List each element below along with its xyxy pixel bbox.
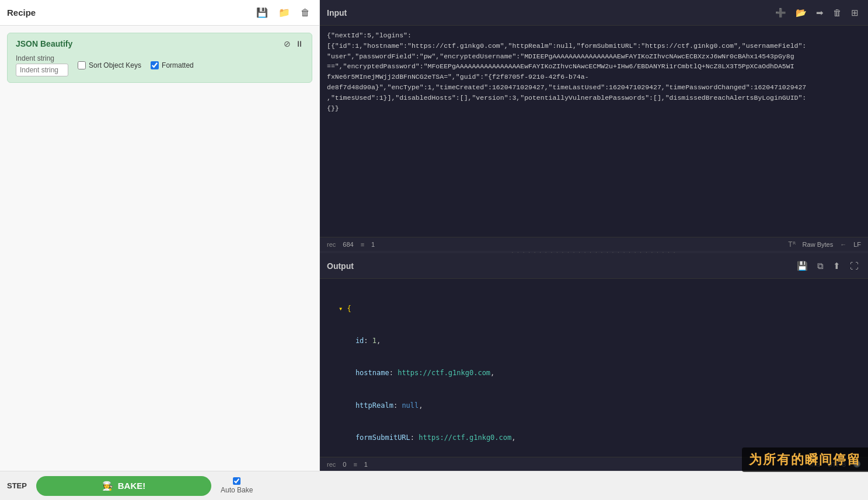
ime-overlay: 为所有的瞬间停留: [742, 447, 868, 472]
input-line-ending-label[interactable]: LF: [853, 241, 861, 248]
sort-keys-checkbox[interactable]: [78, 61, 86, 69]
output-line-id: id: 1,: [320, 335, 868, 347]
ime-cn-text: 为所有的瞬间停留: [749, 451, 861, 468]
input-section: Input ➕ 📂 ➡ 🗑 ⊞ {"nextId":5,"logins": [{…: [320, 0, 868, 251]
step-label: STEP: [7, 481, 27, 490]
input-title: Input: [327, 8, 347, 18]
output-section: Output 💾 ⧉ ⬆ ⛶ ▾ { id: 1,: [320, 253, 868, 471]
auto-bake-checkbox[interactable]: [233, 477, 240, 485]
step-card-title: JSON Beautify: [16, 39, 72, 48]
json-beautify-step-card: JSON Beautify ⊘ ⏸ Indent string Sort Obj…: [7, 33, 312, 83]
recipe-title: Recipe: [7, 8, 36, 18]
step-card-header: JSON Beautify ⊘ ⏸: [16, 39, 304, 48]
output-line-icon: ≡: [353, 461, 357, 468]
output-rec-count: 0: [343, 461, 346, 468]
left-panel: Recipe 💾 📁 🗑 JSON Beautify ⊘ ⏸ Indent st…: [0, 0, 320, 471]
output-copy-button[interactable]: ⧉: [815, 260, 826, 272]
output-rec-label: rec: [327, 461, 336, 468]
bake-label: BAKE!: [118, 481, 146, 491]
bake-button[interactable]: 🧑‍🍳 BAKE!: [36, 476, 211, 496]
input-status-left: rec 684 ≡ 1: [327, 241, 375, 248]
output-replace-button[interactable]: ⬆: [831, 260, 843, 272]
indent-input[interactable]: [16, 64, 68, 76]
formatted-label: Formatted: [162, 61, 194, 69]
input-delete-button[interactable]: 🗑: [831, 6, 844, 19]
indent-field-group: Indent string: [16, 54, 68, 76]
recipe-header: Recipe 💾 📁 🗑: [0, 0, 319, 26]
input-code-area[interactable]: {"nextId":5,"logins": [{"id":1,"hostname…: [320, 26, 868, 237]
input-panel-icons: ➕ 📂 ➡ 🗑 ⊞: [773, 6, 861, 19]
input-format-label[interactable]: Raw Bytes: [803, 241, 834, 248]
bottom-bar: STEP 🧑‍🍳 BAKE! Auto Bake: [0, 471, 868, 500]
input-line-icon: ≡: [361, 241, 364, 248]
input-rec-label: rec: [327, 241, 336, 248]
step-card-icons: ⊘ ⏸: [284, 39, 304, 48]
sort-keys-checkbox-label[interactable]: Sort Object Keys: [78, 61, 141, 69]
open-recipe-button[interactable]: 📁: [276, 6, 292, 19]
output-code-area[interactable]: ▾ { id: 1, hostname: https://ctf.g1nkg0.…: [320, 279, 868, 457]
output-panel-header: Output 💾 ⧉ ⬆ ⛶: [320, 253, 868, 279]
bake-icon: 🧑‍🍳: [102, 481, 113, 491]
output-panel-icons: 💾 ⧉ ⬆ ⛶: [794, 260, 861, 272]
output-line-formsubmiturl: formSubmitURL: https://ctf.g1nkg0.com,: [320, 432, 868, 443]
input-layout-button[interactable]: ⊞: [849, 6, 861, 19]
formatted-checkbox-label[interactable]: Formatted: [151, 61, 194, 69]
output-save-button[interactable]: 💾: [794, 260, 810, 272]
sort-keys-label: Sort Object Keys: [89, 61, 141, 69]
output-line-httprealm: httpRealm: null,: [320, 400, 868, 411]
output-status-left: rec 0 ≡ 1: [327, 461, 368, 468]
input-open-button[interactable]: 📂: [793, 6, 809, 19]
input-status-right: Tᴿ Raw Bytes ← LF: [788, 240, 861, 249]
save-recipe-button[interactable]: 💾: [254, 6, 270, 19]
pause-step-button[interactable]: ⏸: [295, 39, 304, 48]
disable-step-button[interactable]: ⊘: [284, 39, 291, 48]
input-format-icon: Tᴿ: [788, 240, 795, 249]
auto-bake-text: Auto Bake: [221, 486, 253, 494]
input-line-count: 1: [371, 241, 375, 248]
indent-label: Indent string: [16, 54, 68, 62]
output-line-count: 1: [364, 461, 368, 468]
input-line-ending-icon: ←: [840, 241, 846, 248]
input-panel-header: Input ➕ 📂 ➡ 🗑 ⊞: [320, 0, 868, 26]
input-add-button[interactable]: ➕: [773, 6, 789, 19]
right-panel: Input ➕ 📂 ➡ 🗑 ⊞ {"nextId":5,"logins": [{…: [320, 0, 868, 471]
formatted-checkbox[interactable]: [151, 61, 159, 69]
output-expand-button[interactable]: ⛶: [848, 260, 861, 272]
output-line-bracket-open: ▾ {: [320, 303, 868, 314]
output-title: Output: [327, 261, 354, 271]
delete-recipe-button[interactable]: 🗑: [298, 6, 312, 19]
step-card-body: Indent string Sort Object Keys Formatted: [16, 54, 304, 76]
input-replace-button[interactable]: ➡: [814, 6, 826, 19]
input-rec-count: 684: [343, 241, 353, 248]
recipe-icons: 💾 📁 🗑: [254, 6, 312, 19]
output-line-hostname: hostname: https://ctf.g1nkg0.com,: [320, 368, 868, 379]
auto-bake-checkbox-label[interactable]: Auto Bake: [221, 477, 253, 494]
